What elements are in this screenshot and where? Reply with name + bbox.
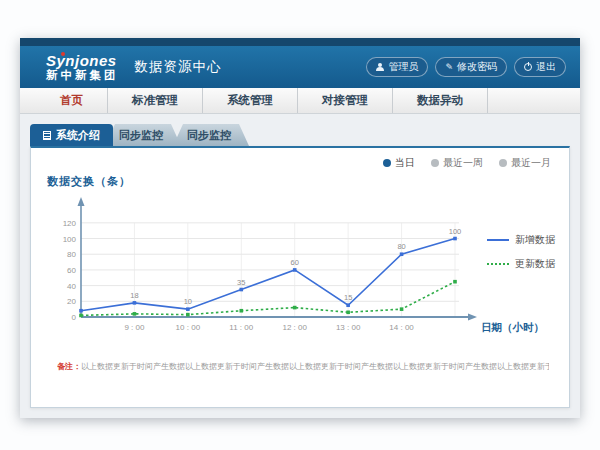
nav-item-data-change[interactable]: 数据异动: [393, 88, 488, 113]
chart-container: 0204060801001209 : 0010 : 0011 : 0012 : …: [35, 189, 569, 339]
svg-text:80: 80: [67, 250, 76, 259]
main-nav: 首页 标准管理 系统管理 对接管理 数据异动: [20, 88, 580, 114]
svg-text:18: 18: [130, 291, 138, 300]
page-canvas: Synjones 新中新集团 数据资源中心 管理员 ✎ 修改密码 退出: [0, 0, 600, 450]
change-password-label: 修改密码: [457, 60, 497, 74]
svg-text:10 : 00: 10 : 00: [176, 323, 201, 332]
svg-text:14 : 00: 14 : 00: [389, 323, 414, 332]
svg-text:日期（小时）: 日期（小时）: [481, 321, 544, 334]
footnote: 备注：以上数据更新于时间产生数据以上数据更新于时间产生数据以上数据更新于时间产生…: [57, 361, 549, 372]
chart-legend: 新增数据 更新数据: [487, 233, 555, 271]
radio-icon: [499, 159, 507, 167]
range-option-last-month-label: 最近一月: [511, 156, 551, 170]
user-icon: [376, 63, 384, 72]
logout-label: 退出: [536, 60, 556, 74]
nav-item-interface-mgmt[interactable]: 对接管理: [298, 88, 393, 113]
dotted-line-icon: [487, 263, 509, 265]
range-option-last-week[interactable]: 最近一周: [431, 156, 483, 170]
svg-text:80: 80: [397, 242, 405, 251]
app-title: 数据资源中心: [135, 58, 222, 76]
footnote-text: 以上数据更新于时间产生数据以上数据更新于时间产生数据以上数据更新于时间产生数据以…: [81, 362, 549, 371]
svg-text:60: 60: [67, 266, 76, 275]
radio-icon: [431, 159, 439, 167]
content-area: 系统介绍 同步监控 同步监控 当日 最近一周: [20, 114, 580, 418]
radio-icon: [383, 159, 391, 167]
admin-button[interactable]: 管理员: [366, 57, 428, 77]
edit-icon: ✎: [445, 62, 453, 72]
logo-subtext: 新中新集团: [46, 69, 119, 81]
range-option-today[interactable]: 当日: [383, 156, 415, 170]
svg-text:100: 100: [449, 227, 462, 236]
footnote-label: 备注：: [57, 362, 81, 371]
line-chart: 0204060801001209 : 0010 : 0011 : 0012 : …: [35, 189, 555, 339]
svg-text:40: 40: [67, 282, 76, 291]
app-window: Synjones 新中新集团 数据资源中心 管理员 ✎ 修改密码 退出: [20, 38, 580, 418]
document-icon: [43, 131, 51, 140]
svg-text:15: 15: [344, 293, 352, 302]
range-option-last-week-label: 最近一周: [443, 156, 483, 170]
app-header: Synjones 新中新集团 数据资源中心 管理员 ✎ 修改密码 退出: [20, 46, 580, 88]
svg-text:35: 35: [237, 278, 245, 287]
solid-line-icon: [487, 239, 509, 241]
svg-text:13 : 00: 13 : 00: [336, 323, 361, 332]
range-options: 当日 最近一周 最近一月: [383, 156, 551, 170]
admin-button-label: 管理员: [388, 60, 418, 74]
tab-sync-monitor-1[interactable]: 同步监控: [105, 124, 181, 146]
user-area: 管理员 ✎ 修改密码 退出: [366, 46, 566, 88]
svg-text:120: 120: [63, 219, 77, 228]
svg-text:60: 60: [291, 258, 299, 267]
tab-bar: 系统介绍 同步监控 同步监控: [30, 124, 570, 146]
svg-text:11 : 00: 11 : 00: [229, 323, 253, 332]
logout-button[interactable]: 退出: [514, 57, 566, 77]
svg-text:20: 20: [67, 297, 76, 306]
tab-system-intro[interactable]: 系统介绍: [30, 124, 113, 146]
nav-item-system-mgmt[interactable]: 系统管理: [203, 88, 298, 113]
range-option-last-month[interactable]: 最近一月: [499, 156, 551, 170]
svg-text:9 : 00: 9 : 00: [124, 323, 145, 332]
legend-new-data-label: 新增数据: [515, 233, 555, 247]
power-icon: [524, 63, 532, 71]
svg-text:12 : 00: 12 : 00: [282, 323, 307, 332]
legend-updated-data-label: 更新数据: [515, 257, 555, 271]
change-password-button[interactable]: ✎ 修改密码: [435, 57, 507, 77]
tab-system-intro-label: 系统介绍: [56, 124, 100, 146]
logo-text: Synjones: [46, 53, 119, 69]
svg-text:100: 100: [63, 235, 77, 244]
chart-panel: 当日 最近一周 最近一月 数据交换（条） 0204060801001209 : …: [30, 146, 570, 408]
nav-item-home[interactable]: 首页: [36, 88, 108, 113]
tab-sync-monitor-2[interactable]: 同步监控: [173, 124, 249, 146]
range-option-today-label: 当日: [395, 156, 415, 170]
logo: Synjones 新中新集团: [46, 53, 119, 81]
legend-item-new-data[interactable]: 新增数据: [487, 233, 555, 247]
svg-text:10: 10: [184, 297, 192, 306]
legend-item-updated-data[interactable]: 更新数据: [487, 257, 555, 271]
svg-text:0: 0: [72, 313, 77, 322]
top-strip: [20, 38, 580, 46]
nav-item-standard-mgmt[interactable]: 标准管理: [108, 88, 203, 113]
chart-y-axis-title: 数据交换（条）: [47, 174, 569, 189]
